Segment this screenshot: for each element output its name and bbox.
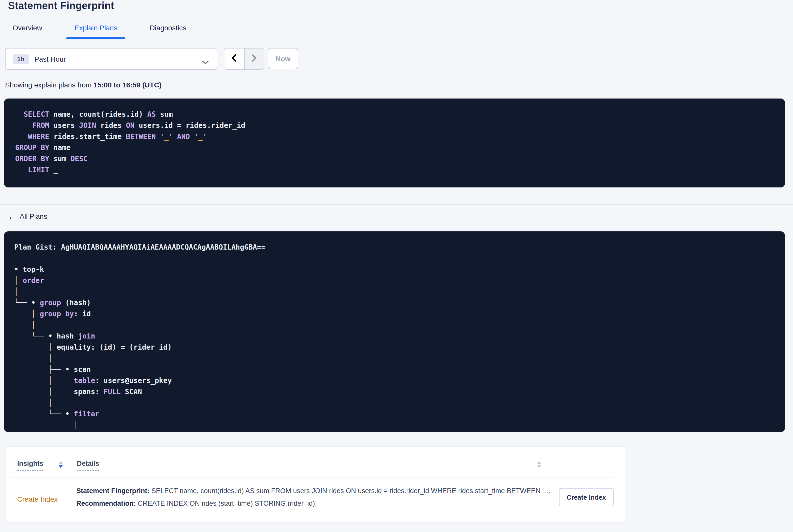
now-button[interactable]: Now xyxy=(268,48,298,69)
time-range-label: Past Hour xyxy=(34,55,66,63)
sort-arrows-icon[interactable] xyxy=(537,461,542,468)
code-line: │ xyxy=(14,353,785,364)
time-range-dropdown[interactable]: 1h Past Hour xyxy=(5,48,217,70)
code-line: │ order xyxy=(14,275,785,286)
chevron-left-icon xyxy=(230,53,238,64)
sql-statement-block: SELECT name, count(rides.id) AS sum FROM… xyxy=(4,98,785,187)
code-line: SELECT name, count(rides.id) AS sum xyxy=(15,109,785,120)
plan-gist-block: Plan Gist: AgHUAQIABQAAAAHYAQIAiAEAAAADC… xyxy=(4,231,785,432)
section-divider xyxy=(0,204,793,205)
code-line: │ table: users@users_pkey xyxy=(14,375,785,386)
fingerprint-text: SELECT name, count(rides.id) AS sum FROM… xyxy=(150,487,551,495)
subtitle-range: 15:00 to 16:59 (UTC) xyxy=(94,81,162,89)
code-line: │ xyxy=(14,319,785,330)
sort-down-icon xyxy=(59,465,63,468)
code-line: └── • group (hash) xyxy=(14,297,785,308)
all-plans-label: All Plans xyxy=(20,212,47,220)
statement-fingerprint-page: Statement Fingerprint Overview Explain P… xyxy=(0,0,793,532)
create-index-button[interactable]: Create Index xyxy=(559,488,613,506)
recommendation-detail: Recommendation: CREATE INDEX ON rides (s… xyxy=(76,500,551,510)
code-line: ORDER BY sum DESC xyxy=(15,153,785,164)
arrow-left-icon: ← xyxy=(8,212,16,220)
previous-window-button[interactable] xyxy=(224,49,244,69)
recommendation-text: CREATE INDEX ON rides (start_time) STORI… xyxy=(136,500,317,507)
tab-overview[interactable]: Overview xyxy=(13,24,42,39)
code-line: │ spans: FULL SCAN xyxy=(14,386,785,397)
tab-bar: Overview Explain Plans Diagnostics xyxy=(0,24,793,39)
code-line: │ xyxy=(14,397,785,408)
sort-up-icon xyxy=(59,461,63,464)
code-line: │ equality: (id) = (rider_id) xyxy=(14,342,785,353)
chevron-down-icon xyxy=(202,58,209,67)
code-line: Plan Gist: AgHUAQIABQAAAAHYAQIAiAEAAAADC… xyxy=(14,242,785,253)
all-plans-back-link[interactable]: ← All Plans xyxy=(8,212,47,220)
code-line: • top-k xyxy=(14,264,785,275)
time-range-badge: 1h xyxy=(13,54,29,64)
fingerprint-label: Statement Fingerprint: xyxy=(76,487,150,495)
code-line: FROM users JOIN rides ON users.id = ride… xyxy=(15,120,785,131)
showing-plans-subtitle: Showing explain plans from 15:00 to 16:5… xyxy=(5,81,162,89)
statement-fingerprint-detail: Statement Fingerprint: SELECT name, coun… xyxy=(76,487,551,497)
code-line: ├── • scan xyxy=(14,364,785,375)
page-title: Statement Fingerprint xyxy=(8,0,114,12)
code-line: LIMIT _ xyxy=(15,164,785,175)
code-line: └── • hash join xyxy=(14,330,785,342)
chevron-right-icon xyxy=(250,53,258,64)
code-line: │ group by: id xyxy=(14,308,785,319)
tab-explain-plans[interactable]: Explain Plans xyxy=(75,24,117,39)
code-line xyxy=(14,253,785,264)
table-row-divider xyxy=(10,518,614,518)
code-line: │ xyxy=(14,286,785,297)
subtitle-prefix: Showing explain plans from xyxy=(5,81,94,89)
column-header-details[interactable]: Details xyxy=(77,460,99,471)
column-header-insights[interactable]: Insights xyxy=(17,460,43,471)
tab-bar-divider xyxy=(0,39,793,39)
tab-diagnostics[interactable]: Diagnostics xyxy=(150,24,186,39)
insights-table-card: Insights Details Create Index Statement … xyxy=(5,446,625,523)
sort-down-icon xyxy=(537,465,541,468)
time-window-pager xyxy=(224,48,264,70)
code-line: └── • filter xyxy=(14,408,785,419)
sort-arrows-icon[interactable] xyxy=(59,461,63,468)
next-window-button[interactable] xyxy=(244,49,264,69)
code-line: │ xyxy=(14,419,785,431)
recommendation-label: Recommendation: xyxy=(76,500,136,507)
sort-up-icon xyxy=(537,461,541,464)
table-header-divider xyxy=(10,477,614,477)
code-line: WHERE rides.start_time BETWEEN '_' AND '… xyxy=(15,131,785,142)
insight-type-link[interactable]: Create Index xyxy=(17,495,58,503)
code-line: GROUP BY name xyxy=(15,142,785,153)
